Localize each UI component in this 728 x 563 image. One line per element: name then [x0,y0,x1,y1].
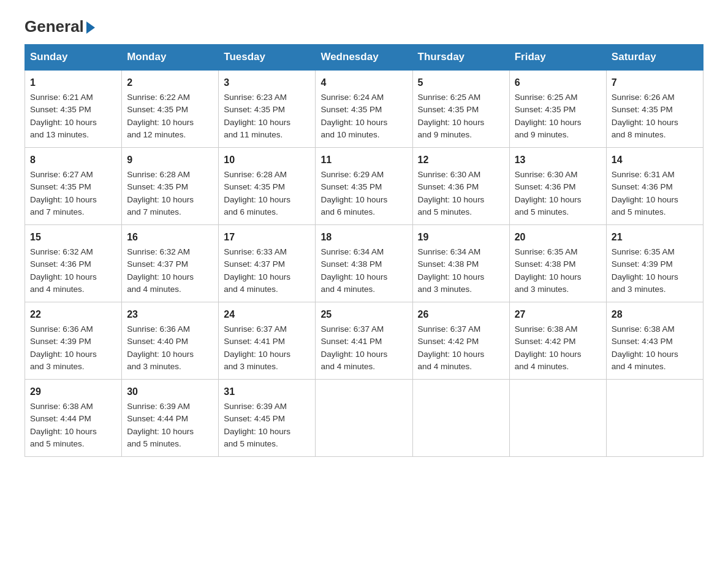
sunrise-label: Sunrise: 6:31 AM [612,170,675,179]
sunset-label: Sunset: 4:44 PM [127,414,188,423]
calendar-cell: 19Sunrise: 6:34 AMSunset: 4:38 PMDayligh… [412,225,509,302]
daylight-label: Daylight: 10 hours [418,118,485,127]
sunrise-label: Sunrise: 6:25 AM [515,93,578,102]
day-number: 28 [612,307,698,322]
sunset-label: Sunset: 4:37 PM [127,259,188,269]
calendar-cell: 1Sunrise: 6:21 AMSunset: 4:35 PMDaylight… [25,70,122,148]
week-row-5: 29Sunrise: 6:38 AMSunset: 4:44 PMDayligh… [25,380,703,457]
sunset-label: Sunset: 4:35 PM [30,105,91,114]
daylight-minutes: and 4 minutes. [515,362,569,371]
sunset-label: Sunset: 4:38 PM [418,259,479,269]
daylight-minutes: and 10 minutes. [320,130,379,139]
sunrise-label: Sunrise: 6:27 AM [30,170,93,179]
daylight-minutes: and 9 minutes. [418,130,472,139]
calendar-cell: 7Sunrise: 6:26 AMSunset: 4:35 PMDaylight… [606,70,703,148]
calendar-cell: 23Sunrise: 6:36 AMSunset: 4:40 PMDayligh… [122,302,219,380]
daylight-label: Daylight: 10 hours [30,195,97,204]
sunrise-label: Sunrise: 6:25 AM [418,93,481,102]
daylight-label: Daylight: 10 hours [515,118,582,127]
calendar-cell: 27Sunrise: 6:38 AMSunset: 4:42 PMDayligh… [509,302,606,380]
day-number: 26 [418,307,504,322]
sunset-label: Sunset: 4:36 PM [612,182,673,191]
day-number: 2 [127,75,213,90]
logo: General [25,18,95,32]
sunrise-label: Sunrise: 6:23 AM [224,93,287,102]
day-number: 15 [30,230,116,245]
calendar-cell: 14Sunrise: 6:31 AMSunset: 4:36 PMDayligh… [606,148,703,225]
daylight-label: Daylight: 10 hours [127,272,194,282]
calendar-cell: 4Sunrise: 6:24 AMSunset: 4:35 PMDaylight… [316,70,412,148]
calendar-cell: 29Sunrise: 6:38 AMSunset: 4:44 PMDayligh… [25,380,122,457]
sunset-label: Sunset: 4:39 PM [30,337,91,346]
daylight-label: Daylight: 10 hours [127,195,194,204]
daylight-label: Daylight: 10 hours [320,118,387,127]
calendar-cell: 20Sunrise: 6:35 AMSunset: 4:38 PMDayligh… [509,225,606,302]
calendar-cell: 22Sunrise: 6:36 AMSunset: 4:39 PMDayligh… [25,302,122,380]
day-number: 30 [127,385,213,399]
page-header: General [25,18,703,32]
day-number: 14 [612,153,698,167]
calendar-cell: 15Sunrise: 6:32 AMSunset: 4:36 PMDayligh… [25,225,122,302]
day-number: 10 [224,153,310,167]
sunset-label: Sunset: 4:44 PM [30,414,91,423]
sunset-label: Sunset: 4:36 PM [515,182,576,191]
sunrise-label: Sunrise: 6:38 AM [515,324,578,334]
day-number: 23 [127,307,213,322]
sunrise-label: Sunrise: 6:37 AM [320,324,384,334]
calendar-cell: 26Sunrise: 6:37 AMSunset: 4:42 PMDayligh… [412,302,509,380]
daylight-minutes: and 5 minutes. [127,439,181,448]
sunset-label: Sunset: 4:38 PM [515,259,576,269]
week-row-2: 8Sunrise: 6:27 AMSunset: 4:35 PMDaylight… [25,148,703,225]
logo-top: General [25,18,95,34]
sunrise-label: Sunrise: 6:39 AM [127,402,190,411]
sunrise-label: Sunrise: 6:35 AM [515,247,578,256]
daylight-label: Daylight: 10 hours [515,272,582,282]
sunrise-label: Sunrise: 6:36 AM [30,324,93,334]
sunset-label: Sunset: 4:43 PM [612,337,673,346]
daylight-minutes: and 5 minutes. [515,207,569,216]
sunrise-label: Sunrise: 6:32 AM [30,247,93,256]
calendar-cell: 31Sunrise: 6:39 AMSunset: 4:45 PMDayligh… [219,380,316,457]
daylight-label: Daylight: 10 hours [30,350,97,359]
daylight-minutes: and 7 minutes. [127,207,181,216]
daylight-minutes: and 3 minutes. [418,285,472,294]
daylight-label: Daylight: 10 hours [224,118,290,127]
daylight-minutes: and 4 minutes. [127,285,181,294]
day-number: 6 [515,75,601,90]
day-number: 3 [224,75,310,90]
sunrise-label: Sunrise: 6:38 AM [612,324,675,334]
daylight-minutes: and 8 minutes. [612,130,666,139]
calendar-cell: 2Sunrise: 6:22 AMSunset: 4:35 PMDaylight… [122,70,219,148]
calendar-cell: 8Sunrise: 6:27 AMSunset: 4:35 PMDaylight… [25,148,122,225]
sunrise-label: Sunrise: 6:35 AM [612,247,675,256]
calendar-cell: 28Sunrise: 6:38 AMSunset: 4:43 PMDayligh… [606,302,703,380]
day-number: 27 [515,307,601,322]
sunset-label: Sunset: 4:35 PM [515,105,576,114]
sunset-label: Sunset: 4:37 PM [224,259,285,269]
day-number: 22 [30,307,116,322]
week-row-4: 22Sunrise: 6:36 AMSunset: 4:39 PMDayligh… [25,302,703,380]
daylight-label: Daylight: 10 hours [612,118,678,127]
header-cell-tuesday: Tuesday [219,45,316,71]
calendar-cell: 21Sunrise: 6:35 AMSunset: 4:39 PMDayligh… [606,225,703,302]
sunset-label: Sunset: 4:41 PM [224,337,285,346]
sunrise-label: Sunrise: 6:38 AM [30,402,93,411]
calendar-cell: 9Sunrise: 6:28 AMSunset: 4:35 PMDaylight… [122,148,219,225]
sunset-label: Sunset: 4:35 PM [30,182,91,191]
sunrise-label: Sunrise: 6:34 AM [320,247,384,256]
daylight-minutes: and 4 minutes. [612,362,666,371]
week-row-3: 15Sunrise: 6:32 AMSunset: 4:36 PMDayligh… [25,225,703,302]
daylight-label: Daylight: 10 hours [224,195,290,204]
header-cell-thursday: Thursday [412,45,509,71]
sunset-label: Sunset: 4:35 PM [127,105,188,114]
calendar-cell [509,380,606,457]
daylight-label: Daylight: 10 hours [612,272,678,282]
day-number: 25 [320,307,407,322]
daylight-label: Daylight: 10 hours [515,350,582,359]
logo-general: General [25,17,84,36]
day-number: 5 [418,75,504,90]
daylight-label: Daylight: 10 hours [127,118,194,127]
daylight-minutes: and 5 minutes. [612,207,666,216]
calendar-cell [606,380,703,457]
daylight-label: Daylight: 10 hours [418,195,485,204]
